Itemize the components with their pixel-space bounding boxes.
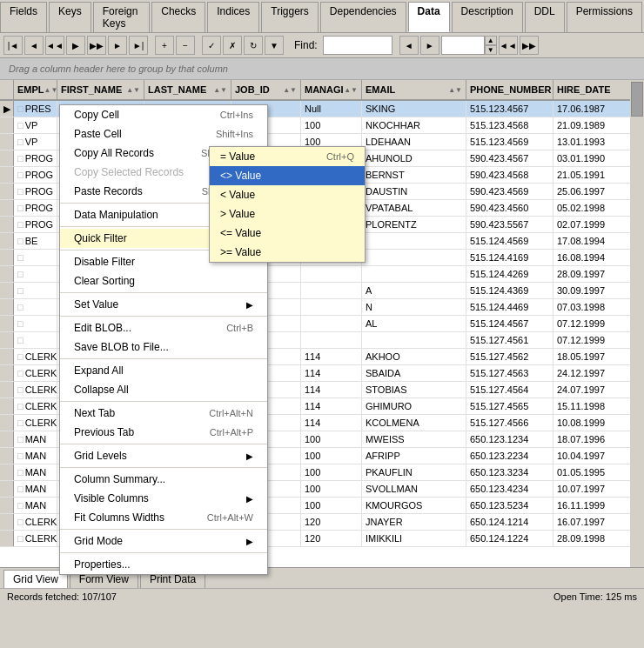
menu-item-label: Collapse All bbox=[74, 384, 129, 396]
menu-item[interactable]: Previous Tab Ctrl+Alt+P bbox=[60, 423, 267, 442]
cell-managi: 114 bbox=[301, 365, 362, 381]
cell-hire-date: 30.09.1997 bbox=[553, 283, 632, 298]
tab-foreign-keys[interactable]: Foreign Keys bbox=[93, 2, 151, 32]
menu-shortcut: Ctrl+B bbox=[226, 323, 253, 333]
cell-email: AHUNOLD bbox=[362, 150, 466, 166]
cell-empl: □MAN bbox=[14, 448, 57, 464]
nav-first-btn[interactable]: |◄ bbox=[3, 36, 23, 55]
cell-icon: □ bbox=[17, 104, 23, 114]
nav-next-btn[interactable]: ► bbox=[108, 36, 127, 55]
cell-icon: □ bbox=[17, 533, 23, 544]
scrollbar-thumb[interactable] bbox=[631, 82, 643, 117]
tab-triggers[interactable]: Triggers bbox=[261, 2, 319, 32]
submenu-item[interactable]: < Value bbox=[210, 185, 365, 204]
group-bar: Drag a column header here to group by th… bbox=[0, 58, 644, 80]
tab-description[interactable]: Description bbox=[452, 2, 523, 32]
filter-btn[interactable]: ▼ bbox=[265, 36, 284, 55]
cell-phone: 515.127.4563 bbox=[466, 365, 553, 381]
vertical-scrollbar[interactable] bbox=[630, 80, 644, 567]
menu-item[interactable]: Save BLOB to File... bbox=[60, 337, 267, 357]
col-email: EMAIL▲▼ bbox=[362, 80, 466, 99]
tab-permissions[interactable]: Permissions bbox=[567, 2, 642, 32]
cell-hire-date: 01.05.1995 bbox=[553, 464, 632, 480]
menu-item[interactable]: Fit Columns Widths Ctrl+Alt+W bbox=[60, 508, 267, 527]
tab-checks[interactable]: Checks bbox=[151, 2, 205, 32]
post-btn[interactable]: ✓ bbox=[202, 36, 221, 55]
nav-prev-btn[interactable]: ◄ bbox=[24, 36, 44, 55]
submenu-item[interactable]: <> Value bbox=[210, 166, 365, 185]
submenu-item-label: < Value bbox=[220, 189, 255, 201]
cell-phone: 515.124.4567 bbox=[466, 316, 553, 331]
menu-item-label: Fit Columns Widths bbox=[74, 511, 164, 524]
nav-play-btn[interactable]: ▶ bbox=[66, 36, 85, 55]
tab-data[interactable]: Data bbox=[408, 2, 450, 32]
menu-item[interactable]: Collapse All bbox=[60, 380, 267, 399]
cell-managi: 100 bbox=[301, 498, 362, 513]
count-down-btn[interactable]: ▼ bbox=[485, 45, 497, 55]
bottom-tab-grid[interactable]: Grid View bbox=[3, 570, 68, 588]
delete-btn[interactable]: − bbox=[176, 36, 195, 55]
menu-item[interactable]: Properties... bbox=[60, 555, 267, 574]
row-indicator bbox=[0, 531, 14, 546]
menu-item[interactable]: Expand All bbox=[60, 361, 267, 380]
cell-managi bbox=[301, 283, 362, 298]
cell-icon: □ bbox=[17, 285, 23, 296]
count-input[interactable]: 1000 bbox=[441, 36, 485, 55]
submenu-arrow-icon: ▶ bbox=[246, 537, 253, 546]
cell-icon: □ bbox=[17, 170, 23, 180]
cell-phone: 515.124.4569 bbox=[466, 233, 553, 249]
submenu-item[interactable]: <= Value bbox=[210, 224, 365, 243]
menu-item[interactable]: Paste Cell Shift+Ins bbox=[60, 124, 267, 144]
cell-empl: □BE bbox=[14, 233, 57, 249]
nav-end-btn[interactable]: ▶▶ bbox=[520, 36, 539, 55]
count-up-btn[interactable]: ▲ bbox=[485, 36, 497, 45]
menu-item[interactable]: Grid Levels ▶ bbox=[60, 446, 267, 465]
cell-managi bbox=[301, 266, 362, 282]
cell-empl: □ bbox=[14, 316, 57, 331]
row-indicator bbox=[0, 415, 14, 431]
find-next-btn[interactable]: ► bbox=[420, 36, 439, 55]
cancel-btn[interactable]: ✗ bbox=[223, 36, 242, 55]
nav-prev10-btn[interactable]: ◄◄ bbox=[45, 36, 64, 55]
menu-shortcut: Ctrl+Alt+N bbox=[209, 408, 253, 418]
row-indicator: ▶ bbox=[0, 101, 14, 117]
tab-fields[interactable]: Fields bbox=[0, 2, 47, 32]
menu-item[interactable]: Edit BLOB... Ctrl+B bbox=[60, 318, 267, 337]
submenu-item-label: <= Value bbox=[220, 227, 261, 239]
nav-next10-btn[interactable]: ▶▶ bbox=[87, 36, 106, 55]
nav-last-btn[interactable]: ►| bbox=[129, 36, 148, 55]
find-prev-btn[interactable]: ◄ bbox=[399, 36, 419, 55]
add-btn[interactable]: + bbox=[155, 36, 174, 55]
tab-dependencies[interactable]: Dependencies bbox=[320, 2, 406, 32]
submenu-item[interactable]: >= Value bbox=[210, 243, 365, 262]
cell-email bbox=[362, 332, 466, 348]
menu-item-label: Visible Columns bbox=[74, 492, 149, 504]
row-indicator bbox=[0, 200, 14, 216]
menu-item[interactable]: Clear Sorting bbox=[60, 271, 267, 291]
cell-phone: 650.123.3234 bbox=[466, 464, 553, 480]
menu-item[interactable]: Set Value ▶ bbox=[60, 295, 267, 314]
menu-item-right: ▶ bbox=[246, 537, 253, 546]
cell-icon: □ bbox=[17, 335, 23, 345]
tab-ddl[interactable]: DDL bbox=[525, 2, 565, 32]
menu-item[interactable]: Next Tab Ctrl+Alt+N bbox=[60, 404, 267, 423]
tab-indices[interactable]: Indices bbox=[207, 2, 259, 32]
tab-keys[interactable]: Keys bbox=[49, 2, 91, 32]
menu-item[interactable]: Column Summary... bbox=[60, 470, 267, 489]
submenu-item[interactable]: = Value Ctrl+Q bbox=[210, 147, 365, 166]
cell-email: JNAYER bbox=[362, 514, 466, 530]
refresh-btn[interactable]: ↻ bbox=[244, 36, 263, 55]
menu-item[interactable]: Grid Mode ▶ bbox=[60, 531, 267, 551]
menu-item[interactable]: Copy Cell Ctrl+Ins bbox=[60, 105, 267, 124]
cell-managi: 100 bbox=[301, 431, 362, 447]
status-bar: Records fetched: 107/107 Open Time: 125 … bbox=[0, 588, 644, 605]
find-input[interactable] bbox=[323, 36, 392, 55]
cell-hire-date: 10.08.1999 bbox=[553, 415, 632, 431]
nav-goto-btn[interactable]: ◄◄ bbox=[499, 36, 518, 55]
col-empl: EMPL▲▼ bbox=[14, 80, 57, 99]
menu-item-right: Ctrl+Alt+P bbox=[192, 427, 253, 438]
submenu-item[interactable]: > Value bbox=[210, 204, 365, 224]
menu-item[interactable]: Visible Columns ▶ bbox=[60, 489, 267, 508]
cell-empl: □ bbox=[14, 266, 57, 282]
row-indicator bbox=[0, 184, 14, 199]
